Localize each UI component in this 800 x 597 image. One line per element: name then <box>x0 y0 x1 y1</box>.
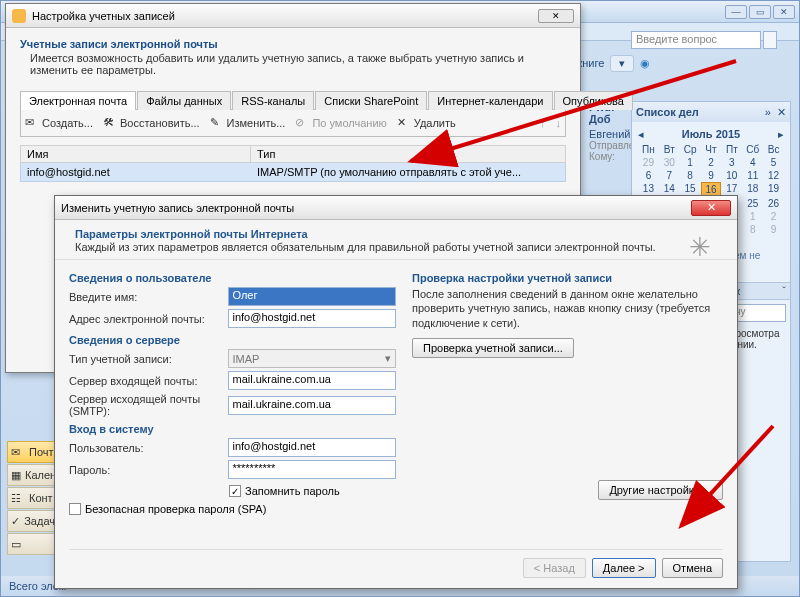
cal-day[interactable]: 30 <box>659 156 680 169</box>
next-button[interactable]: Далее > <box>592 558 656 578</box>
cal-day[interactable]: 9 <box>763 223 784 236</box>
remember-pass-label: Запомнить пароль <box>245 485 340 497</box>
calendar-icon: ▦ <box>11 469 21 481</box>
user-label: Пользователь: <box>69 442 228 454</box>
cal-dow: Ср <box>680 143 701 156</box>
todo-title: Список дел <box>636 106 699 118</box>
cal-day[interactable]: 10 <box>721 169 742 182</box>
edit-account-button[interactable]: ✎Изменить... <box>210 116 286 130</box>
name-input[interactable]: Олег <box>228 287 397 306</box>
minimize-button[interactable]: — <box>725 5 747 19</box>
restore-account-button[interactable]: 🛠Восстановить... <box>103 116 200 130</box>
acct-type-label: Тип учетной записи: <box>69 353 228 365</box>
nav-calendar[interactable]: ▦Кален <box>7 464 59 486</box>
cal-day[interactable]: 12 <box>763 169 784 182</box>
address-book-dropdown[interactable]: ▾ <box>610 55 634 72</box>
cal-day[interactable]: 4 <box>742 156 763 169</box>
order-chevron-icon[interactable]: ˇ <box>782 285 786 297</box>
chevron-down-icon: ▾ <box>385 352 391 365</box>
remember-pass-checkbox[interactable]: ✓ <box>229 485 241 497</box>
dialog-title: Настройка учетных записей <box>32 10 175 22</box>
cancel-button[interactable]: Отмена <box>662 558 723 578</box>
nav-mail[interactable]: ✉Почт <box>7 441 59 463</box>
email-label: Адрес электронной почты: <box>69 313 228 325</box>
restore-icon: 🛠 <box>103 116 117 130</box>
row-name: info@hostgid.net <box>21 163 251 181</box>
account-tab[interactable]: Списки SharePoint <box>315 91 427 110</box>
cal-day[interactable]: 1 <box>742 210 763 223</box>
incoming-input[interactable]: mail.ukraine.com.ua <box>228 371 397 390</box>
outgoing-label: Сервер исходящей почты (SMTP): <box>69 393 228 417</box>
edit-account-dialog: Изменить учетную запись электронной почт… <box>54 195 738 589</box>
cal-day[interactable]: 26 <box>763 197 784 210</box>
delete-icon: ✕ <box>397 116 411 130</box>
delete-account-button[interactable]: ✕Удалить <box>397 116 456 130</box>
cal-dow: Пн <box>638 143 659 156</box>
test-account-button[interactable]: Проверка учетной записи... <box>412 338 574 358</box>
cal-day[interactable]: 19 <box>763 182 784 197</box>
todo-header: Список дел » ✕ <box>632 102 790 122</box>
cal-day[interactable]: 7 <box>659 169 680 182</box>
message-preview: Fwd: Доб Евгений Отправлен Кому: <box>589 101 635 171</box>
nav-contacts[interactable]: ☷Конт <box>7 487 59 509</box>
email-input[interactable]: info@hostgid.net <box>228 309 397 328</box>
nav-tasks[interactable]: ✓Задач <box>7 510 59 532</box>
cal-dow: Сб <box>742 143 763 156</box>
moveup-button: ↑ <box>540 117 546 129</box>
outgoing-input[interactable]: mail.ukraine.com.ua <box>228 396 397 415</box>
account-tab[interactable]: Опубликова <box>554 91 633 110</box>
help-icon[interactable]: ◉ <box>640 57 650 70</box>
acct-type-dropdown: IMAP▾ <box>228 349 397 368</box>
cal-day[interactable]: 3 <box>721 156 742 169</box>
col-type[interactable]: Тип <box>251 146 281 162</box>
section-user-info: Сведения о пользователе <box>69 272 396 284</box>
help-search-input[interactable]: Введите вопрос <box>631 31 761 49</box>
account-tab[interactable]: RSS-каналы <box>232 91 314 110</box>
cal-day[interactable]: 6 <box>638 169 659 182</box>
cal-day[interactable]: 1 <box>680 156 701 169</box>
cal-prev-icon[interactable]: ◂ <box>638 128 644 141</box>
cal-day[interactable]: 8 <box>742 223 763 236</box>
edit-heading: Параметры электронной почты Интернета <box>75 228 723 240</box>
cal-day[interactable]: 2 <box>763 210 784 223</box>
maximize-button[interactable]: ▭ <box>749 5 771 19</box>
cal-day[interactable]: 5 <box>763 156 784 169</box>
edit-subheading: Каждый из этих параметров является обяза… <box>75 241 723 253</box>
nav-more[interactable]: ▭ <box>7 533 59 555</box>
cal-day[interactable]: 29 <box>638 156 659 169</box>
cal-dow: Вс <box>763 143 784 156</box>
close-button[interactable]: ✕ <box>773 5 795 19</box>
cal-dow: Пт <box>721 143 742 156</box>
cal-day[interactable]: 8 <box>680 169 701 182</box>
todo-chevrons-icon[interactable]: » ✕ <box>765 106 786 119</box>
folder-icon: ▭ <box>11 538 25 550</box>
cal-month: Июль 2015 <box>682 128 740 141</box>
account-tab[interactable]: Интернет-календари <box>428 91 552 110</box>
name-label: Введите имя: <box>69 291 228 303</box>
user-input[interactable]: info@hostgid.net <box>228 438 397 457</box>
contacts-icon: ☷ <box>11 492 25 504</box>
cal-dow: Вт <box>659 143 680 156</box>
account-tab[interactable]: Файлы данных <box>137 91 231 110</box>
cal-day[interactable]: 18 <box>742 182 763 197</box>
account-toolbar: ✉Создать... 🛠Восстановить... ✎Изменить..… <box>20 110 566 137</box>
account-row[interactable]: info@hostgid.net IMAP/SMTP (по умолчанию… <box>20 163 566 182</box>
section-test: Проверка настройки учетной записи <box>412 272 723 284</box>
tasks-icon: ✓ <box>11 515 20 527</box>
edit-dialog-close-button[interactable]: ✕ <box>691 200 731 216</box>
edit-dialog-titlebar: Изменить учетную запись электронной почт… <box>55 196 737 220</box>
incoming-label: Сервер входящей почты: <box>69 375 228 387</box>
create-account-button[interactable]: ✉Создать... <box>25 116 93 130</box>
pass-input[interactable]: ********** <box>228 460 397 479</box>
dialog-close-button[interactable]: ✕ <box>538 9 574 23</box>
cal-day[interactable]: 9 <box>701 169 722 182</box>
cal-day[interactable]: 2 <box>701 156 722 169</box>
help-dropdown-icon[interactable] <box>763 31 777 49</box>
spa-checkbox[interactable] <box>69 503 81 515</box>
cal-day[interactable]: 25 <box>742 197 763 210</box>
col-name[interactable]: Имя <box>21 146 251 162</box>
account-tab[interactable]: Электронная почта <box>20 91 136 110</box>
more-settings-button[interactable]: Другие настройки ... <box>598 480 723 500</box>
cal-next-icon[interactable]: ▸ <box>778 128 784 141</box>
cal-day[interactable]: 11 <box>742 169 763 182</box>
